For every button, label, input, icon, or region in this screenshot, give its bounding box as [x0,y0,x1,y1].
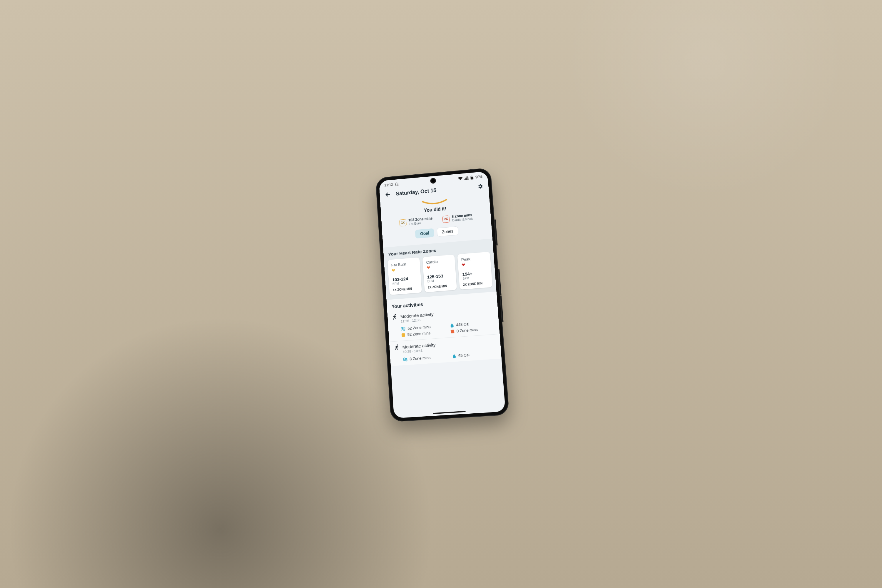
svg-point-4 [397,345,398,346]
waves-icon [401,327,405,331]
multiplier-badge: 2X [442,215,450,223]
stat-cal: 65 Cal [452,351,496,358]
zone-card-rule: 2X ZONE MIN [428,284,453,289]
tab-goal[interactable]: Goal [415,228,435,239]
zone-pill-cardiopeak: 2X 8 Zone mins Cardio & Peak [442,213,473,223]
activities-section: Your activities Moderate activity 11:26 … [387,292,502,366]
square-orange-icon [451,330,454,333]
stat-text: 8 Zone mins [410,356,431,362]
drop-icon [450,323,454,327]
stat-text: 0 Zone mins [457,327,478,333]
drop-icon [452,354,456,358]
status-time: 11:12 [384,183,393,187]
segmented-control: Goal Zones [387,224,487,241]
scroll-content[interactable]: You did it! 1X 103 Zone mins Fat Burn 2X… [380,193,506,418]
multiplier-badge: 1X [399,219,406,226]
stat-zone-amber: 52 Zone mins [402,330,445,338]
walk-icon [394,344,399,351]
hero: You did it! 1X 103 Zone mins Fat Burn 2X… [380,193,492,248]
stat-text: 65 Cal [458,353,470,358]
screen: 11:12 90% [379,171,506,418]
stat-text: 448 Cal [456,322,470,327]
phone-frame: 11:12 90% [375,168,510,422]
stat-zone-orange: 0 Zone mins [450,326,495,334]
signal-icon [464,176,469,180]
settings-button[interactable] [476,182,484,191]
stat-text: 52 Zone mins [408,325,431,331]
zone-card-fatburn[interactable]: Fat Burn ❤ 103-124 BPM 1X ZONE MIN [387,258,422,295]
swoosh-icon [421,198,448,206]
svg-point-3 [395,314,396,315]
zone-card-cardio[interactable]: Cardio ❤ 125-153 BPM 2X ZONE MIN [422,255,457,292]
zone-card-rule: 1X ZONE MIN [393,286,418,292]
zone-card-peak[interactable]: Peak ❤ 154+ BPM 2X ZONE MIN [458,252,492,290]
square-amber-icon [402,333,405,337]
battery-icon [470,176,474,180]
svg-rect-2 [471,177,473,179]
zone-card-rule: 2X ZONE MIN [463,281,489,286]
zone-pill-fatburn: 1X 103 Zone mins Fat Burn [399,217,433,226]
tab-zones[interactable]: Zones [436,226,458,237]
back-button[interactable] [384,190,392,199]
stat-zone-mins: 8 Zone mins [403,354,447,362]
cast-icon [394,182,399,186]
battery-pct: 90% [476,175,483,179]
walk-icon [392,314,398,320]
stat-text: 52 Zone mins [407,331,430,337]
waves-icon [403,357,408,362]
wifi-icon [458,177,463,180]
